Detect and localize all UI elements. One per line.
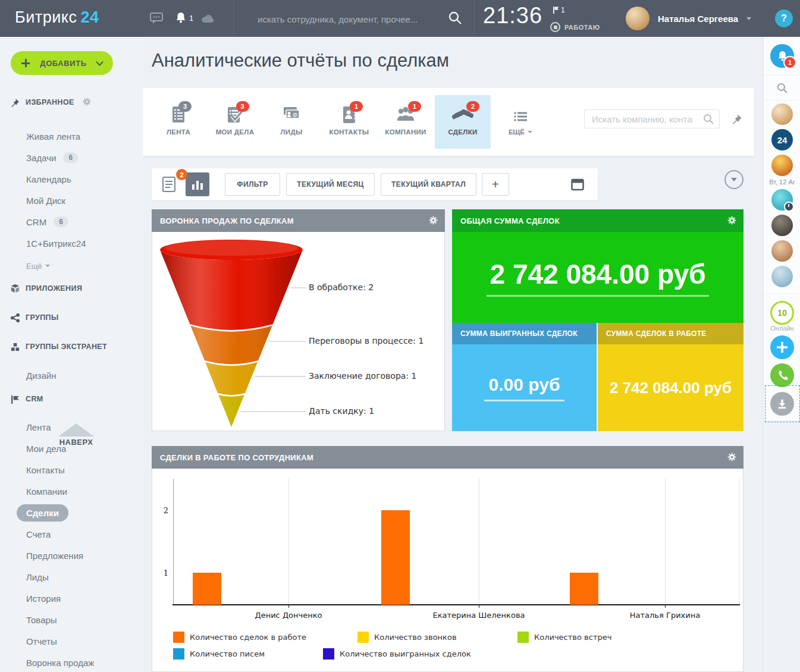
contact-avatar[interactable] [771,103,793,125]
tab-more[interactable]: ЕЩЁ [497,112,544,136]
pin-icon[interactable] [732,113,742,127]
x-tick [288,605,289,608]
rail-add-button[interactable] [770,335,794,359]
rail-phone-button[interactable] [770,363,794,387]
online-label: Онлайн [764,325,800,332]
list-view-toggle[interactable] [162,177,175,194]
total-sum-value[interactable]: 2 742 084.00 руб [487,258,710,297]
sidebar-item-live-feed[interactable]: Живая лента [0,125,143,147]
work-sum-value: 2 742 084.00 руб [610,379,732,397]
sidebar-item-design[interactable]: Дизайн [0,365,143,386]
calendar-icon[interactable] [571,178,584,193]
rail-notifications-button[interactable]: 1 [770,44,794,68]
y-axis [173,479,174,605]
sidebar-section-extranet[interactable]: ГРУППЫ ЭКСТРАНЕТ [0,341,143,353]
sidebar-item-contacts[interactable]: Контакты [0,459,143,481]
online-users-button[interactable]: 10 [770,301,794,325]
tab-my-activities[interactable]: 3 МОИ ДЕЛА [207,95,263,149]
sidebar-item-leads[interactable]: Лиды [0,566,143,588]
rail-search-button[interactable] [770,81,794,95]
current-month-button[interactable]: ТЕКУЩИЙ МЕСЯЦ [286,173,375,196]
clock[interactable]: 21:36 [483,3,542,29]
employee-chart-body: 12Денис ДонченкоЕкатерина ШеленковаНатал… [152,469,743,672]
add-button[interactable]: ДОБАВИТЬ [11,51,113,75]
sidebar-item-quotes[interactable]: Предложения [0,545,143,566]
gridline [739,479,739,605]
box-icon [11,284,20,293]
total-widget-body: 2 742 084.00 руб [452,232,743,323]
chart-view-toggle-selected[interactable] [186,172,209,196]
sidebar-item-crm[interactable]: CRM6 [0,211,143,233]
sidebar-section-apps[interactable]: ПРИЛОЖЕНИЯ [0,282,143,294]
contact-avatar[interactable] [771,266,793,287]
deals-by-employee-widget: СДЕЛКИ В РАБОТЕ ПО СОТРУДНИКАМ 12Денис Д… [152,446,743,672]
contact-avatar[interactable] [771,240,793,262]
sidebar: ДОБАВИТЬ ИЗБРАННОЕ Живая лента Задачи6 К… [0,37,143,672]
sidebar-item-products[interactable]: Товары [0,609,143,630]
sidebar-section-crm[interactable]: CRM [0,393,143,405]
sidebar-item-tasks[interactable]: Задачи6 [0,147,143,168]
won-sum-value[interactable]: 0.00 руб [484,375,565,401]
tab-deals-selected[interactable]: 2 СДЕЛКИ [435,95,491,149]
pin-icon [11,98,20,107]
tab-feed[interactable]: 3 ЛЕНТА [150,95,206,149]
sidebar-item-1c-bitrix24[interactable]: 1С+Битрикс24 [0,233,143,254]
add-filter-button[interactable]: + [482,173,509,196]
sidebar-section-groups[interactable]: ГРУППЫ [0,312,143,324]
gear-icon[interactable] [83,98,91,108]
gear-icon[interactable] [727,216,736,227]
sidebar-more[interactable]: Ещё [0,259,143,273]
tab-badge: 1 [350,101,363,112]
logo-accent: 24 [80,8,99,26]
sidebar-item-calendar[interactable]: Календарь [0,168,143,190]
crm-search-input[interactable] [591,112,694,125]
item-label: Лиды [26,572,49,582]
section-title: ПРИЛОЖЕНИЯ [26,284,82,293]
chat-icon[interactable] [150,12,163,24]
contact-avatar[interactable] [771,189,793,211]
work-status-toggle[interactable]: РАБОТАЮ [550,22,600,32]
gear-icon[interactable] [429,216,438,227]
sidebar-item-sales-funnel[interactable]: Воронка продаж [0,652,143,672]
tab-leads[interactable]: @ ЛИДЫ [263,95,319,149]
current-quarter-button[interactable]: ТЕКУЩИЙ КВАРТАЛ [381,173,476,196]
search-icon[interactable] [702,113,714,127]
item-label: Мой Диск [26,196,65,206]
help-button[interactable]: ? [775,10,793,27]
contact-avatar[interactable] [771,215,793,236]
sidebar-section-favorites[interactable]: ИЗБРАННОЕ [0,96,143,108]
logo-text: Битрикс [15,8,77,26]
clock-badge-icon [784,202,794,212]
tab-badge: 3 [178,101,192,112]
global-search-input[interactable] [256,10,437,29]
triangle-down-icon [731,178,737,181]
search-icon[interactable] [447,10,463,28]
sidebar-item-reports[interactable]: Отчеты [0,630,143,652]
filter-button[interactable]: ФИЛЬТР [225,173,280,196]
y-tick-label: 2 [159,506,168,515]
rail-download-button[interactable] [770,392,794,416]
cloud-icon[interactable] [201,14,214,23]
handshake-icon: 2 [452,106,473,126]
gear-icon[interactable] [727,453,736,463]
tab-badge: 1 [408,101,421,112]
tab-contacts[interactable]: 1 КОНТАКТЫ [321,95,377,149]
sidebar-item-invoices[interactable]: Счета [0,523,143,545]
user-menu[interactable]: Наталья Сергеева [626,7,751,30]
item-label: Предложения [26,551,83,561]
sidebar-item-companies[interactable]: Компании [0,481,143,502]
collapse-report-button[interactable] [724,170,743,189]
sidebar-item-history[interactable]: История [0,588,143,609]
notifications-bell[interactable]: 1 [175,12,193,24]
tab-label: ЛЕНТА [150,128,206,136]
tab-companies[interactable]: 1 КОМПАНИИ [378,95,434,149]
planner-flag[interactable]: 1 [553,6,565,14]
logo[interactable]: Битрикс24 [15,8,99,27]
sidebar-item-my-disk[interactable]: Мой Диск [0,190,143,211]
contact-avatar[interactable] [771,155,793,176]
messenger-24-badge[interactable]: 24 [771,129,793,150]
legend-label: Количество писем [190,649,265,658]
sidebar-item-deals-selected[interactable]: Сделки [0,502,143,523]
back-to-top-button[interactable]: НАВЕРХ [52,423,100,447]
feed-icon: 3 [171,106,186,126]
